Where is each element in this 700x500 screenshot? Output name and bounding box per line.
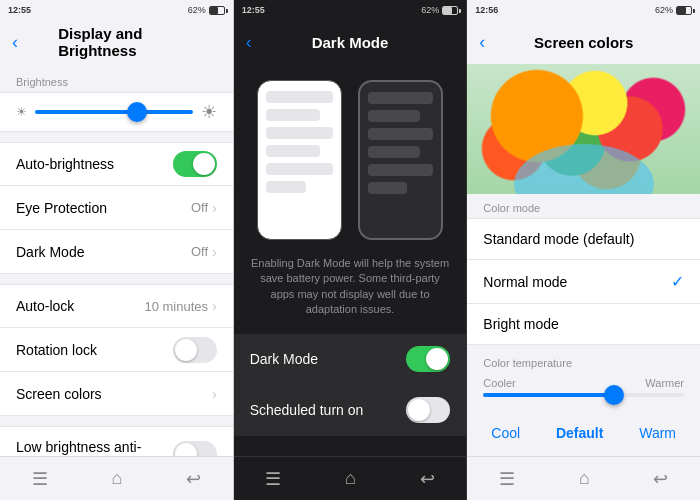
panel-screen-colors: 12:56 62% ‹ Screen colors Color mode Sta… bbox=[467, 0, 700, 500]
back-button-1[interactable]: ‹ bbox=[12, 32, 18, 53]
preview-bar-l6 bbox=[266, 181, 306, 193]
temp-slider-thumb[interactable] bbox=[604, 385, 624, 405]
preview-bar-d3 bbox=[368, 128, 433, 140]
brightness-slider-track[interactable] bbox=[35, 110, 193, 114]
auto-lock-item[interactable]: Auto-lock 10 minutes › bbox=[0, 284, 233, 328]
rotation-lock-toggle[interactable] bbox=[173, 337, 217, 363]
color-temp-label: Color temperature bbox=[483, 357, 684, 369]
brightness-label: Brightness bbox=[0, 64, 233, 92]
screen-colors-item[interactable]: Screen colors › bbox=[0, 372, 233, 416]
dark-mode-toggle[interactable] bbox=[406, 346, 450, 372]
dark-mode-arrow-icon: › bbox=[212, 244, 217, 260]
page-title-3: Screen colors bbox=[534, 34, 633, 51]
auto-brightness-item: Auto-brightness bbox=[0, 142, 233, 186]
back-button-2[interactable]: ‹ bbox=[246, 32, 252, 53]
screen-colors-arrow-icon: › bbox=[212, 386, 217, 402]
preview-bar-l1 bbox=[266, 91, 333, 103]
battery-fill-3 bbox=[677, 7, 686, 14]
normal-mode-checkmark-icon: ✓ bbox=[671, 272, 684, 291]
back-nav-icon-1[interactable]: ↩ bbox=[186, 468, 201, 490]
light-mode-preview[interactable] bbox=[257, 80, 342, 240]
time-2: 12:55 bbox=[242, 5, 265, 15]
divider-2 bbox=[0, 416, 233, 426]
scheduled-toggle[interactable] bbox=[406, 397, 450, 423]
dark-mode-toggle-label: Dark Mode bbox=[250, 351, 318, 367]
auto-brightness-toggle[interactable] bbox=[173, 151, 217, 177]
scheduled-toggle-thumb bbox=[408, 399, 430, 421]
normal-mode-option[interactable]: Normal mode ✓ bbox=[467, 260, 700, 304]
page-title-1: Display and Brightness bbox=[58, 25, 174, 59]
back-arrow-icon-1: ‹ bbox=[12, 32, 18, 53]
home-nav-icon-2[interactable]: ⌂ bbox=[345, 468, 356, 489]
auto-brightness-label: Auto-brightness bbox=[16, 156, 114, 172]
preview-bar-l5 bbox=[266, 163, 333, 175]
preview-bar-l3 bbox=[266, 127, 333, 139]
dark-mode-item[interactable]: Dark Mode Off › bbox=[0, 230, 233, 274]
menu-nav-icon-1[interactable]: ☰ bbox=[32, 468, 48, 490]
home-nav-icon-3[interactable]: ⌂ bbox=[579, 468, 590, 489]
brightness-row: ☀ ☀ bbox=[0, 93, 233, 131]
screen-colors-label: Screen colors bbox=[16, 386, 102, 402]
fruit-image bbox=[467, 64, 700, 194]
normal-mode-label: Normal mode bbox=[483, 274, 567, 290]
preview-bar-d5 bbox=[368, 164, 433, 176]
battery-icon-1 bbox=[209, 6, 225, 15]
preview-bar-d1 bbox=[368, 92, 433, 104]
page-title-2: Dark Mode bbox=[312, 34, 389, 51]
temp-slider-fill bbox=[483, 393, 613, 397]
status-right-2: 62% bbox=[421, 5, 458, 15]
anti-flicker-toggle-thumb bbox=[175, 443, 197, 456]
temp-buttons-row: Cool Default Warm bbox=[467, 413, 700, 453]
panel-dark-mode: 12:55 62% ‹ Dark Mode bbox=[234, 0, 468, 500]
color-mode-section-label: Color mode bbox=[467, 194, 700, 218]
home-nav-icon-1[interactable]: ⌂ bbox=[111, 468, 122, 489]
auto-lock-arrow-icon: › bbox=[212, 298, 217, 314]
rotation-lock-toggle-thumb bbox=[175, 339, 197, 361]
brightness-low-icon: ☀ bbox=[16, 105, 27, 119]
default-button[interactable]: Default bbox=[548, 421, 611, 445]
eye-protection-label: Eye Protection bbox=[16, 200, 107, 216]
eye-protection-item[interactable]: Eye Protection Off › bbox=[0, 186, 233, 230]
time-3: 12:56 bbox=[475, 5, 498, 15]
battery-text-1: 62% bbox=[188, 5, 206, 15]
preview-bar-l2 bbox=[266, 109, 320, 121]
dark-mode-toggle-item: Dark Mode bbox=[234, 334, 467, 385]
battery-icon-3 bbox=[676, 6, 692, 15]
scheduled-toggle-item: Scheduled turn on bbox=[234, 385, 467, 436]
anti-flicker-toggle[interactable] bbox=[173, 441, 217, 456]
back-nav-icon-2[interactable]: ↩ bbox=[420, 468, 435, 490]
eye-protection-arrow-icon: › bbox=[212, 200, 217, 216]
dark-mode-preview bbox=[234, 64, 467, 256]
anti-flicker-title: Low brightness anti-flicker bbox=[16, 439, 163, 456]
content-1: Brightness ☀ ☀ Auto-brightness Eye Prote… bbox=[0, 64, 233, 456]
brightness-slider-thumb[interactable] bbox=[127, 102, 147, 122]
standard-mode-option[interactable]: Standard mode (default) bbox=[467, 218, 700, 260]
back-nav-icon-3[interactable]: ↩ bbox=[653, 468, 668, 490]
battery-icon-2 bbox=[442, 6, 458, 15]
content-3: Color mode Standard mode (default) Norma… bbox=[467, 64, 700, 456]
status-bar-2: 12:55 62% bbox=[234, 0, 467, 20]
dark-mode-toggle-thumb bbox=[426, 348, 448, 370]
dark-mode-preview-phone[interactable] bbox=[358, 80, 443, 240]
menu-nav-icon-2[interactable]: ☰ bbox=[265, 468, 281, 490]
status-bar-1: 12:55 62% bbox=[0, 0, 233, 20]
header-3: ‹ Screen colors bbox=[467, 20, 700, 64]
rotation-lock-item: Rotation lock bbox=[0, 328, 233, 372]
brightness-high-icon: ☀ bbox=[201, 101, 217, 123]
cooler-label: Cooler bbox=[483, 377, 515, 389]
battery-text-3: 62% bbox=[655, 5, 673, 15]
temp-slider-track[interactable] bbox=[483, 393, 684, 397]
time-1: 12:55 bbox=[8, 5, 31, 15]
panel-display-brightness: 12:55 62% ‹ Display and Brightness Brigh… bbox=[0, 0, 234, 500]
cool-button[interactable]: Cool bbox=[483, 421, 528, 445]
bright-mode-option[interactable]: Bright mode bbox=[467, 304, 700, 345]
dark-mode-value: Off bbox=[191, 244, 208, 259]
status-right-1: 62% bbox=[188, 5, 225, 15]
rotation-lock-label: Rotation lock bbox=[16, 342, 97, 358]
menu-nav-icon-3[interactable]: ☰ bbox=[499, 468, 515, 490]
battery-text-2: 62% bbox=[421, 5, 439, 15]
back-button-3[interactable]: ‹ bbox=[479, 32, 485, 53]
content-2: Enabling Dark Mode will help the system … bbox=[234, 64, 467, 456]
dark-mode-label: Dark Mode bbox=[16, 244, 84, 260]
warm-button[interactable]: Warm bbox=[631, 421, 684, 445]
